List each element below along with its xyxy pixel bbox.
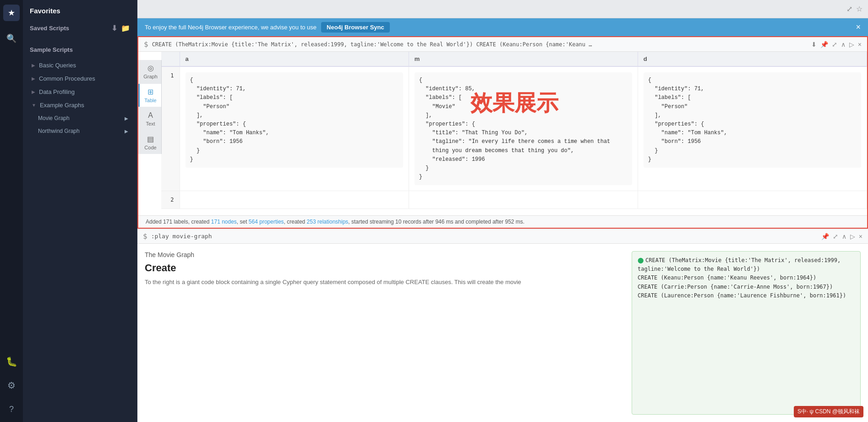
top-query-bar: ⤢ ☆ [137,0,868,18]
movie-graph-label: Movie Graph [38,115,70,121]
second-panel: $ :play movie-graph 📌 ⤢ ∧ ▷ × The Movie … [137,229,868,422]
notification-text: To enjoy the full Neo4j Browser experien… [145,24,317,31]
download-scripts-icon[interactable]: ⬇ [111,24,117,33]
tab-code[interactable]: ▤ Code [138,131,161,154]
sidebar-item-common-procedures[interactable]: ▶ Common Procedures [30,72,130,85]
arrow-icon: ▼ [32,103,36,108]
second-panel-header: $ :play movie-graph 📌 ⤢ ∧ ▷ × [137,229,868,244]
collapse-second-btn[interactable]: ∧ [842,233,846,240]
result-panel: $ CREATE (TheMatrix:Movie {title:'The Ma… [137,36,868,229]
tab-table[interactable]: ⊞ Table [138,84,161,107]
dollar-sign: $ [144,40,148,49]
graph-tab-icon: ◎ [147,64,154,72]
saved-scripts-section: Saved Scripts ⬇ 📁 [30,24,130,33]
code-line-2: CREATE (Keanu:Person {name:'Keanu Reeves… [638,274,855,282]
sync-button[interactable]: Neo4j Browser Sync [321,22,390,33]
second-panel-body: The Movie Graph Create To the right is a… [137,244,868,422]
northwind-graph-label: Northwind Graph [38,128,80,134]
help-icon[interactable]: ? [3,401,20,417]
folder-scripts-icon[interactable]: 📁 [121,24,130,33]
expand-result-btn[interactable]: ⤢ [832,41,837,48]
pin-second-btn[interactable]: 📌 [821,233,829,240]
col-a-header: a [180,52,409,66]
run-result-btn[interactable]: ▷ [849,41,854,48]
sidebar-item-northwind-graph[interactable]: Northwind Graph ▶ [30,125,130,137]
movie-graph-section: The Movie Graph Create To the right is a… [145,251,632,415]
search-nav-icon[interactable]: 🔍 [3,30,20,47]
row-num-2: 2 [161,191,180,209]
sidebar-icon-strip: ★ 🔍 🐛 ⚙ ? [0,0,23,422]
properties-count: 564 properties [249,219,284,225]
result-query-header: $ CREATE (TheMatrix:Movie {title:'The Ma… [138,37,867,52]
window-controls-top: ⤢ ☆ [846,5,863,13]
right-arrow-icon: ▶ [125,116,128,121]
sidebar-item-movie-graph[interactable]: Movie Graph ▶ [30,112,130,125]
json-data-a1: { "identity": 71, "labels": [ "Person" ]… [186,72,403,168]
favorites-nav-icon[interactable]: ★ [3,5,20,21]
view-tabs: ◎ Graph ⊞ Table A Text ▤ Code [138,60,162,154]
csdn-badge-text: S中· ψ [797,408,813,415]
download-result-btn[interactable]: ⬇ [811,41,817,48]
sidebar-bottom-icons: 🐛 ⚙ ? [0,353,23,422]
movie-graph-create-title: Create [145,262,622,274]
main-content: ⤢ ☆ To enjoy the full Neo4j Browser expe… [137,0,868,422]
notification-bar: To enjoy the full Neo4j Browser experien… [137,18,868,36]
code-line-3: CREATE (Carrie:Person {name:'Carrie-Anne… [638,283,855,291]
table-tab-label: Table [144,98,156,103]
favorites-title: Favorites [30,7,130,15]
table-header-row: a m d [161,52,867,66]
settings-icon[interactable]: ⚙ [3,377,20,394]
result-query-text: CREATE (TheMatrix:Movie {title:'The Matr… [152,41,592,48]
cell-2-a [180,191,409,209]
tab-graph[interactable]: ◎ Graph [138,60,161,83]
cell-2-d [638,191,867,209]
table-row: 1 { "identity": 71, "labels": [ "Person"… [161,66,867,191]
second-query-text: :play movie-graph [151,233,212,240]
close-second-btn[interactable]: × [859,233,863,240]
sidebar-item-example-graphs[interactable]: ▼ Example Graphs [30,99,130,112]
notification-close-icon[interactable]: × [856,22,861,32]
sidebar-content: Favorites Saved Scripts ⬇ 📁 Sample Scrip… [23,0,137,422]
query-header-actions: ⬇ 📌 ⤢ ∧ ▷ × [811,41,862,48]
text-tab-icon: A [148,111,153,120]
second-dollar-sign: $ [143,232,147,241]
arrow-icon: ▶ [32,89,35,94]
arrow-icon: ▶ [32,63,35,68]
tab-text[interactable]: A Text [138,108,161,130]
status-text: Added 171 labels, created 171 nodes, set… [146,219,524,225]
sidebar-item-basic-queries[interactable]: ▶ Basic Queries [30,59,130,72]
movie-graph-desc: To the right is a giant code block conta… [145,278,622,287]
pin-result-btn[interactable]: 📌 [820,41,828,48]
expand-second-btn[interactable]: ⤢ [833,233,838,240]
saved-scripts-actions: ⬇ 📁 [111,24,130,33]
cell-1-d: { "identity": 71, "labels": [ "Person" ]… [638,66,867,191]
right-arrow-icon: ▶ [125,129,128,134]
code-tab-label: Code [144,145,156,150]
row-num-header [161,52,180,66]
relationships-count: 253 relationships [307,219,349,225]
close-result-btn[interactable]: × [858,41,862,48]
code-line-4: CREATE (Laurence:Person {name:'Laurence … [638,291,855,300]
row-num-1: 1 [161,66,180,191]
table-area: 效果展示 a m d 1 { [161,52,867,215]
col-d-header: d [638,52,867,66]
text-tab-label: Text [146,121,155,126]
example-graphs-label: Example Graphs [40,102,84,109]
arrow-icon: ▶ [32,76,35,81]
run-second-btn[interactable]: ▷ [850,233,855,240]
code-panel: ⬤CREATE (TheMatrix:Movie {title:'The Mat… [632,251,861,415]
sample-scripts-label: Sample Scripts [30,46,73,53]
collapse-result-btn[interactable]: ∧ [841,41,846,48]
code-line-1: ⬤CREATE (TheMatrix:Movie {title:'The Mat… [638,256,855,274]
expand-window-btn[interactable]: ⤢ [846,5,852,13]
cell-1-a: { "identity": 71, "labels": [ "Person" ]… [180,66,409,191]
sidebar-item-data-profiling[interactable]: ▶ Data Profiling [30,85,130,99]
basic-queries-label: Basic Queries [39,62,76,69]
csdn-badge: S中· ψ CSDN @顿风和袜 [794,406,863,417]
result-table: a m d 1 { "identity": 71, "labels": [ "P… [161,52,867,209]
data-profiling-label: Data Profiling [39,88,75,95]
graph-tab-label: Graph [143,74,158,79]
bug-icon[interactable]: 🐛 [3,353,20,370]
table-tab-icon: ⊞ [147,88,153,96]
pin-window-btn[interactable]: ☆ [856,5,863,13]
